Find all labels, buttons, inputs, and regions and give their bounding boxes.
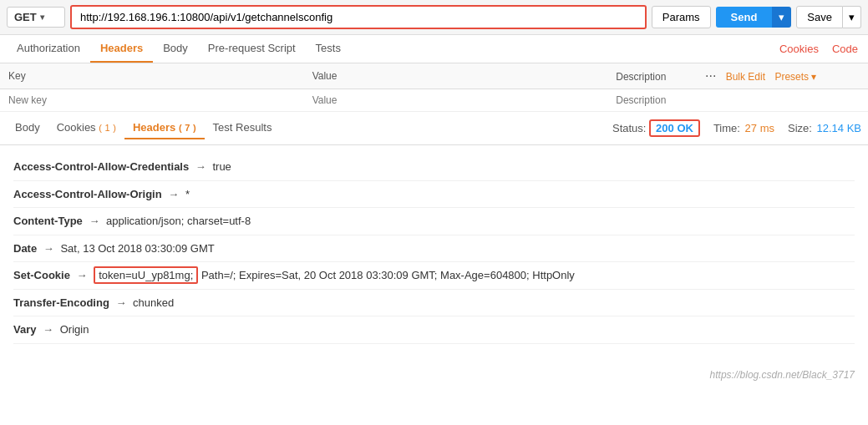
new-value-input[interactable] [312, 94, 600, 106]
headers-table: Key Value Description ··· Bulk Edit Pres… [0, 63, 868, 112]
tab-authorization[interactable]: Authorization [7, 35, 90, 63]
resp-tab-body[interactable]: Body [7, 117, 48, 139]
presets-button[interactable]: Presets ▾ [774, 71, 816, 83]
arrow-4: → [77, 269, 88, 281]
arrow-6: → [43, 323, 53, 336]
resp-tab-cookies[interactable]: Cookies ( 1 ) [48, 117, 124, 139]
response-header-row-1: Access-Control-Allow-Origin → * [13, 181, 855, 209]
header-val-3: Sat, 13 Oct 2018 03:30:09 GMT [60, 242, 214, 255]
tab-headers[interactable]: Headers [90, 35, 153, 63]
new-key-input[interactable] [8, 94, 296, 106]
tab-body[interactable]: Body [153, 35, 198, 63]
header-name-1: Access-Control-Allow-Origin [13, 188, 162, 200]
header-name-5: Transfer-Encoding [13, 296, 109, 309]
response-header-row-2: Content-Type → application/json; charset… [13, 208, 855, 235]
new-header-row [0, 89, 868, 112]
send-chevron-icon: ▾ [779, 11, 784, 23]
watermark: https://blog.csdn.net/Black_3717 [0, 352, 868, 387]
save-button[interactable]: Save [796, 6, 843, 28]
send-btn-group: Send ▾ [716, 7, 792, 28]
bulk-edit-button[interactable]: Bulk Edit [726, 71, 765, 83]
header-name-6: Vary [13, 323, 36, 336]
status-value: 200 OK [656, 122, 693, 134]
cookies-badge-close: ) [113, 123, 116, 133]
response-header-row-4: Set-Cookie → token=uU_yp81mg; Path=/; Ex… [13, 262, 855, 290]
arrow-1: → [168, 188, 179, 200]
send-dropdown-button[interactable]: ▾ [772, 7, 791, 28]
header-val-5: chunked [133, 296, 174, 309]
nav-tabs: Authorization Headers Body Pre-request S… [0, 35, 868, 63]
header-val-4-rest: Path=/; Expires=Sat, 20 Oct 2018 03:30:0… [201, 269, 575, 281]
url-input[interactable] [70, 5, 647, 29]
method-chevron-icon: ▾ [40, 13, 44, 22]
col-description: Description ··· Bulk Edit Presets ▾ [607, 63, 868, 89]
response-header-row-6: Vary → Origin [13, 316, 855, 344]
method-select[interactable]: GET ▾ [7, 7, 65, 28]
code-link[interactable]: Code [829, 36, 861, 62]
response-header-row-3: Date → Sat, 13 Oct 2018 03:30:09 GMT [13, 235, 855, 263]
tab-tests[interactable]: Tests [306, 35, 351, 63]
header-name-0: Access-Control-Allow-Credentials [13, 160, 189, 173]
arrow-3: → [43, 242, 54, 255]
time-display: Time: 27 ms [713, 122, 774, 134]
header-name-2: Content-Type [13, 215, 83, 227]
tab-prerequest[interactable]: Pre-request Script [198, 35, 306, 63]
header-val-2: application/json; charset=utf-8 [106, 215, 251, 227]
header-val-6: Origin [60, 323, 89, 336]
resp-tab-headers[interactable]: Headers ( 7 ) [124, 117, 205, 139]
more-options-icon[interactable]: ··· [705, 68, 716, 83]
top-bar: GET ▾ Params Send ▾ Save ▾ [0, 0, 868, 35]
save-btn-group: Save ▾ [796, 6, 861, 28]
headers-badge-open: ( [179, 123, 182, 133]
header-name-3: Date [13, 242, 37, 255]
col-key: Key [0, 63, 304, 89]
headers-badge-close: ) [193, 123, 196, 133]
resp-tab-test-results[interactable]: Test Results [205, 117, 281, 139]
arrow-2: → [89, 215, 99, 227]
arrow-5: → [115, 296, 126, 309]
new-description-input[interactable] [616, 94, 860, 106]
arrow-0: → [195, 160, 206, 173]
response-body: Access-Control-Allow-Credentials → true … [0, 145, 868, 352]
status-box: Status: 200 OK [612, 119, 700, 137]
method-label: GET [14, 11, 37, 23]
save-dropdown-button[interactable]: ▾ [843, 6, 861, 28]
params-button[interactable]: Params [652, 6, 711, 28]
nav-right: Cookies Code [776, 36, 861, 62]
header-val-cookie-highlight: token=uU_yp81mg; [94, 266, 198, 284]
save-chevron-icon: ▾ [849, 11, 855, 23]
presets-chevron-icon: ▾ [811, 71, 816, 83]
cookies-link[interactable]: Cookies [776, 36, 822, 62]
header-val-1: * [185, 188, 190, 200]
size-value: 12.14 KB [817, 122, 862, 134]
send-button[interactable]: Send [716, 7, 773, 28]
response-header-row-0: Access-Control-Allow-Credentials → true [13, 154, 855, 181]
header-name-4: Set-Cookie [13, 269, 70, 281]
description-label: Description [616, 71, 666, 83]
time-value: 27 ms [745, 122, 774, 134]
cookies-badge: ( [99, 123, 102, 133]
response-header-row-5: Transfer-Encoding → chunked [13, 290, 855, 317]
col-value: Value [304, 63, 608, 89]
response-tabs: Body Cookies ( 1 ) Headers ( 7 ) Test Re… [0, 112, 868, 145]
size-display: Size: 12.14 KB [788, 122, 861, 134]
status-area: Status: 200 OK Time: 27 ms Size: 12.14 K… [612, 119, 861, 137]
header-val-0: true [212, 160, 231, 173]
